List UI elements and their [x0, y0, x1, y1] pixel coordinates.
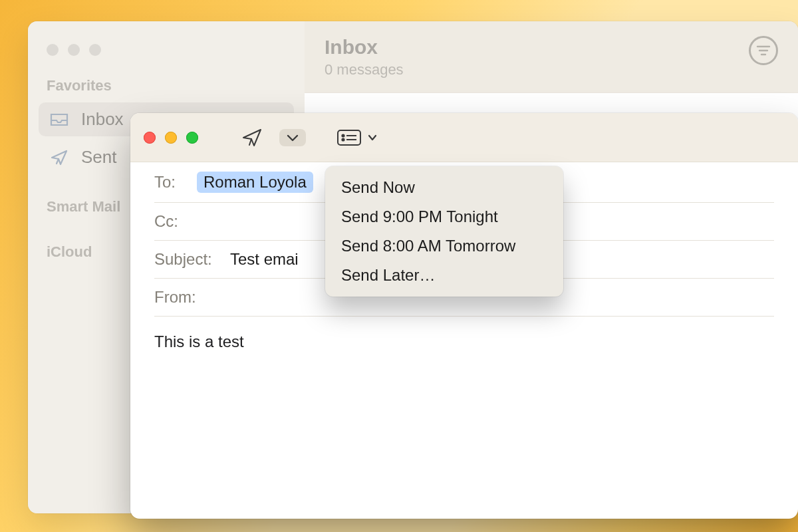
chevron-down-icon [286, 133, 299, 142]
minimize-dot-icon[interactable] [68, 44, 80, 56]
close-dot-icon[interactable] [47, 44, 59, 56]
send-options-menu: Send Now Send 9:00 PM Tonight Send 8:00 … [325, 166, 563, 297]
sidebar-group-favorites: Favorites [28, 70, 305, 98]
subject-label: Subject: [154, 250, 221, 269]
svg-rect-3 [338, 130, 360, 145]
close-dot-icon[interactable] [144, 132, 156, 144]
sidebar-item-label: Inbox [81, 109, 124, 130]
inbox-tray-icon [49, 112, 69, 128]
chevron-down-icon [367, 134, 378, 142]
to-label: To: [154, 173, 188, 192]
window-controls-inactive [28, 33, 305, 70]
menu-item-send-later[interactable]: Send Later… [325, 261, 563, 290]
send-button[interactable] [234, 123, 270, 152]
paper-plane-icon [49, 150, 69, 166]
menu-item-send-tonight[interactable]: Send 9:00 PM Tonight [325, 202, 563, 231]
main-header: Inbox 0 messages [305, 21, 798, 93]
zoom-dot-icon[interactable] [89, 44, 101, 56]
sidebar-item-label: Sent [81, 147, 117, 168]
mailbox-subtitle: 0 messages [325, 61, 404, 78]
from-label: From: [154, 288, 196, 307]
compose-body[interactable]: This is a test [130, 317, 798, 367]
zoom-dot-icon[interactable] [186, 132, 198, 144]
compose-toolbar [130, 113, 798, 162]
menu-item-send-tomorrow[interactable]: Send 8:00 AM Tomorrow [325, 231, 563, 261]
header-fields-button[interactable] [336, 128, 378, 147]
filter-button[interactable] [749, 36, 778, 65]
minimize-dot-icon[interactable] [165, 132, 177, 144]
send-options-button[interactable] [279, 129, 306, 146]
recipient-token[interactable]: Roman Loyola [197, 172, 313, 193]
mailbox-title: Inbox [325, 36, 404, 59]
svg-point-4 [342, 134, 344, 136]
menu-item-send-now[interactable]: Send Now [325, 173, 563, 202]
paper-plane-icon [241, 127, 263, 148]
list-box-icon [336, 128, 362, 147]
cc-label: Cc: [154, 212, 188, 231]
window-controls [144, 132, 198, 144]
svg-point-6 [342, 138, 344, 140]
subject-value[interactable]: Test emai [230, 250, 299, 269]
